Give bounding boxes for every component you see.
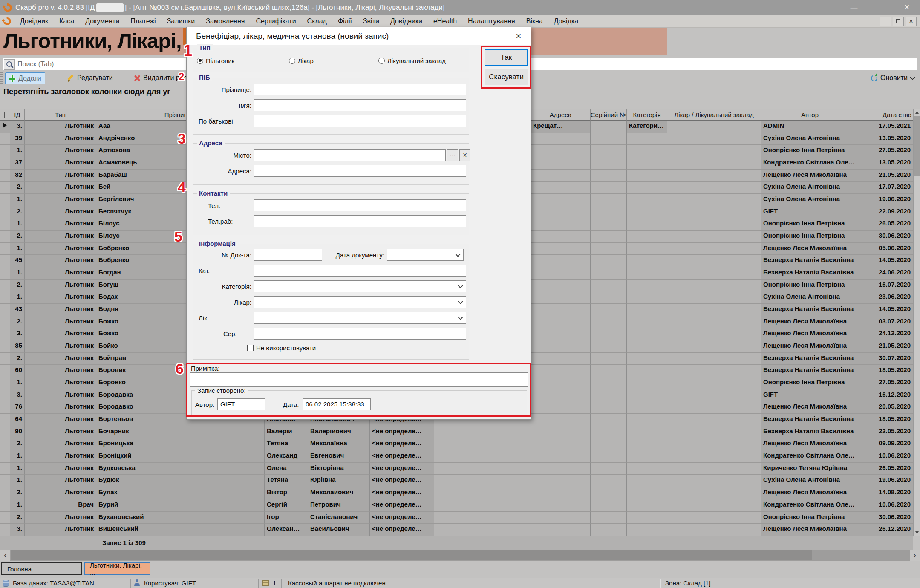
menu-item[interactable]: Налаштування (462, 17, 521, 25)
tab-benefits-active[interactable]: Льготники, Лікарі, ... (84, 562, 150, 575)
table-row[interactable]: 1.ЛьготникБроніцкийОлександЕвгенович<не … (0, 450, 913, 463)
table-row[interactable]: 2.ЛьготникБухановськийІгорСтаніславович<… (0, 512, 913, 524)
address-field[interactable] (254, 165, 466, 177)
kat-field[interactable] (254, 265, 466, 277)
table-row[interactable]: 2.ЛьготникБроницькаТетянаМиколаївна<не о… (0, 438, 913, 450)
radio-zaklad[interactable]: Лікувальний заклад (378, 57, 446, 64)
table-row[interactable]: 2.ЛьготникБулахВікторМиколайович<не опре… (0, 487, 913, 499)
scroll-left-button[interactable]: ‹ (0, 550, 10, 561)
table-cell (627, 157, 667, 170)
table-cell: 30.06.2020 (859, 231, 913, 243)
column-header[interactable]: Адреса (531, 109, 591, 121)
table-row[interactable]: 1.ЛьготникБудковськаОленаВікторівна<не о… (0, 463, 913, 475)
horizontal-scrollbar-thumb[interactable] (11, 550, 812, 560)
minimize-button[interactable]: — (841, 0, 867, 15)
patronymic-field[interactable] (254, 115, 466, 127)
menu-item[interactable]: Каса (54, 17, 80, 25)
record-count: Запис 1 із 309 (102, 539, 146, 546)
scroll-right-button[interactable]: › (910, 550, 920, 561)
chevron-down-icon[interactable] (910, 75, 915, 80)
menu-item[interactable]: Довідники (385, 17, 428, 25)
category-combo[interactable] (254, 280, 466, 292)
column-header[interactable]: Серійний № (591, 109, 627, 121)
menu-item[interactable]: Філії (332, 17, 358, 25)
menu-item[interactable]: Склад (302, 17, 332, 25)
table-cell (591, 475, 627, 487)
table-cell (667, 267, 761, 280)
restore-button[interactable] (867, 0, 894, 15)
horizontal-scrollbar[interactable]: ‹ › (0, 550, 920, 561)
city-field[interactable] (254, 149, 446, 161)
table-cell (667, 401, 761, 414)
table-row[interactable]: 1.ЛьготникБудюкТетянаЮріївна<не определе… (0, 475, 913, 487)
surname-field[interactable] (254, 84, 466, 95)
menu-item[interactable]: Документи (80, 17, 125, 25)
telwork-field[interactable] (254, 215, 466, 227)
add-button[interactable]: Додати (5, 72, 45, 84)
mdi-minimize-button[interactable]: _ (880, 17, 891, 26)
column-header[interactable]: ІД (10, 109, 25, 121)
tab-home[interactable]: Головна (1, 562, 82, 575)
cancel-button[interactable]: Скасувати (485, 69, 528, 85)
mdi-restore-button[interactable] (893, 17, 904, 26)
toolbar-grip[interactable] (0, 72, 3, 84)
note-field[interactable] (190, 372, 528, 387)
address-groupbox: Адреса Місто: ··· X Адреса: (193, 143, 469, 185)
scroll-down-button[interactable] (914, 529, 920, 536)
column-header[interactable]: Лікар / Лікувальний заклад (667, 109, 761, 121)
column-header[interactable]: Автор (761, 109, 859, 121)
doc-number-field[interactable] (254, 249, 322, 261)
name-field[interactable] (254, 99, 466, 111)
menu-item[interactable]: Сертифікати (250, 17, 301, 25)
table-cell (627, 267, 667, 280)
close-button[interactable]: ✕ (894, 0, 920, 15)
checkbox-not-use[interactable] (247, 345, 254, 351)
menu-item[interactable]: Замовлення (200, 17, 250, 25)
menu-item[interactable]: Довідник (14, 17, 54, 25)
created-date-field[interactable]: 06.02.2025 15:38:33 (303, 398, 371, 410)
mdi-close-button[interactable]: ✕ (906, 17, 917, 26)
column-header[interactable]: Категорія (627, 109, 667, 121)
edit-button[interactable]: Редагувати (63, 72, 116, 84)
lik-combo[interactable] (254, 312, 466, 324)
ser-field[interactable] (254, 328, 466, 340)
radio-likar-label: Лікар (298, 57, 314, 64)
window-titlebar: Скарб pro v. 4.0.2.83 [ІД ] - [Апт №003 … (0, 0, 920, 15)
radio-likar[interactable]: Лікар (289, 57, 378, 64)
menu-item[interactable]: eHealth (428, 17, 462, 25)
tel-field[interactable] (254, 199, 466, 211)
refresh-button[interactable]: Оновити (868, 72, 918, 84)
table-row[interactable]: 3.ЛьготникВишенськийОлексан…Васильович<н… (0, 524, 913, 536)
vertical-scrollbar[interactable] (913, 109, 920, 536)
table-cell: 43 (10, 304, 25, 316)
scroll-up-button[interactable] (914, 109, 920, 116)
city-clear-button[interactable]: X (459, 149, 470, 161)
doctor-combo[interactable] (254, 296, 466, 308)
menu-item[interactable]: Платежі (125, 17, 162, 25)
table-cell: Льготник (25, 267, 96, 280)
menu-item[interactable]: Довідка (548, 17, 584, 25)
menu-item[interactable]: Звіти (358, 17, 385, 25)
author-field[interactable]: GIFT (217, 398, 265, 410)
table-cell (531, 206, 591, 219)
table-cell: Лещенко Леся Миколаївна (761, 170, 859, 182)
column-header[interactable] (0, 109, 10, 121)
city-browse-button[interactable]: ··· (447, 149, 458, 161)
table-row[interactable]: 90ЛьготникБочарникВалерійВалерійович<не … (0, 426, 913, 438)
table-cell (531, 182, 591, 194)
table-row[interactable]: 1.ВрачБурийСергійПетрович<не определе…Ко… (0, 499, 913, 512)
table-cell: 3. (10, 121, 25, 133)
type-groupbox-caption: Тип (197, 44, 213, 51)
doc-date-combo[interactable] (387, 249, 464, 261)
table-cell (591, 170, 627, 182)
menu-item[interactable]: Вікна (521, 17, 548, 25)
search-icon-box[interactable] (4, 59, 15, 70)
vertical-scrollbar-thumb[interactable] (914, 116, 920, 176)
dialog-close-button[interactable]: × (513, 31, 525, 42)
radio-pilgovyk[interactable]: Пільговик (197, 57, 289, 64)
table-cell: Кондратенко Світлана Оле… (761, 450, 859, 463)
menu-item[interactable]: Залишки (162, 17, 201, 25)
ok-button[interactable]: Так (485, 49, 528, 66)
column-header[interactable]: Тип (25, 109, 96, 121)
column-header[interactable]: Дата ство (859, 109, 913, 121)
